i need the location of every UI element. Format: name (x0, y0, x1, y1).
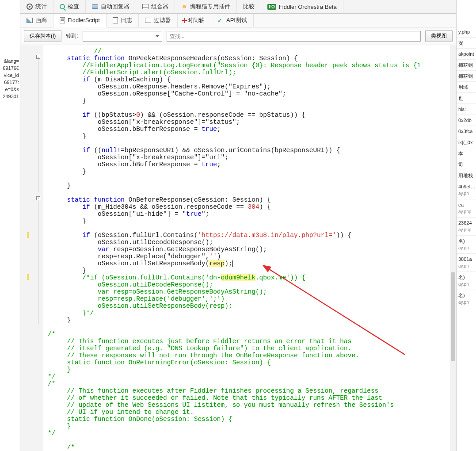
code-editor[interactable]: - - // static function OnPeekAtResponseH… (20, 45, 456, 451)
left-sessions-strip: &lang=69176€vice_id69177:e=0&s249301 (0, 0, 20, 451)
right-fragment: 本 (457, 148, 476, 159)
fold-toggle[interactable]: - (36, 196, 40, 200)
tab-gallery[interactable]: 画廊 (20, 14, 53, 27)
find-input[interactable] (167, 31, 421, 42)
right-fragment: eaay.php (457, 199, 476, 218)
right-fragment: 用堆栈 (457, 170, 476, 181)
right-fragment: akpoint (457, 49, 476, 60)
right-fragment: ik](_0x (457, 137, 476, 148)
left-fragment: 249301 (0, 93, 20, 100)
tab-label: 编程猫专用插件 (190, 3, 230, 11)
goto-label: 转到: (66, 32, 78, 40)
right-fragment: 名)ay.ph (457, 290, 476, 308)
autoresponder-icon (92, 4, 98, 9)
scrollbar-thumb[interactable] (451, 272, 455, 361)
goto-combo[interactable] (83, 31, 162, 42)
right-fragment: 4b9ef…ay.ph (457, 181, 476, 199)
tab-filters[interactable]: 过滤器 (139, 14, 178, 27)
right-fragment: 捕获到 (457, 71, 476, 82)
tab-fiddlerscript[interactable]: FiddlerScript (53, 14, 107, 27)
save-script-button[interactable]: 保存脚本(I) (24, 30, 61, 42)
tab-label: API测试 (226, 16, 247, 24)
tab-label: 画廊 (35, 16, 47, 24)
tab-log[interactable]: 日志 (107, 14, 139, 27)
fo-badge-icon: FO (267, 4, 276, 10)
tab-label: 统计 (35, 3, 47, 11)
apitest-icon (217, 17, 224, 23)
left-fragment: &lang= (0, 57, 20, 65)
tab-label: 时间轴 (187, 16, 205, 24)
vertical-scrollbar[interactable] (450, 45, 456, 451)
change-marker (27, 274, 29, 280)
tab-label: Fiddler Orchestra Beta (279, 4, 337, 10)
change-marker (27, 232, 29, 238)
right-fragment: 0x3fca (457, 126, 476, 137)
right-fragment: 捕获到 (457, 60, 476, 71)
right-fragment: 名)ay.ph (457, 272, 476, 290)
tab-orchestra[interactable]: FO Fiddler Orchestra Beta (261, 0, 343, 13)
composer-icon (142, 4, 149, 9)
fold-line (38, 201, 38, 325)
right-devtools-strip: y.php况akpoint捕获到捕获到用域也his:0x2db0x3fcaik]… (457, 0, 476, 451)
script-icon (60, 17, 65, 23)
upper-tabs: 统计 检查 自动回复器 组合器 编程猫专用插件 比较 FO (20, 0, 456, 14)
tab-label: 自动回复器 (101, 3, 129, 11)
tab-label: 比较 (243, 3, 255, 11)
right-fragment: 用域 (457, 82, 476, 93)
fold-line (38, 59, 38, 192)
right-fragment: 也 (457, 93, 476, 104)
stats-icon (27, 4, 33, 10)
code-text[interactable]: // static function OnPeekAtResponseHeade… (43, 45, 450, 451)
left-fragment: 69176€ (0, 65, 20, 72)
right-fragment: y.php (457, 27, 476, 38)
fiddlerscript-panel: 统计 检查 自动回复器 组合器 编程猫专用插件 比较 FO (20, 0, 457, 451)
tab-timeline[interactable]: 时间轴 (178, 14, 211, 27)
filter-icon (145, 18, 151, 23)
left-fragment: e=0&s (0, 86, 20, 93)
tab-composer[interactable]: 组合器 (136, 0, 175, 13)
tab-label: 过滤器 (154, 16, 171, 24)
tab-stats[interactable]: 统计 (20, 0, 53, 13)
left-fragment: 69177: (0, 79, 20, 86)
right-fragment: 况 (457, 38, 476, 49)
script-toolbar: 保存脚本(I) 转到: 类视图 (20, 27, 456, 45)
codemao-icon (181, 4, 187, 10)
tab-label: FiddlerScript (68, 17, 100, 23)
tab-autoresponder[interactable]: 自动回复器 (86, 0, 136, 13)
right-fragment: his: (457, 104, 476, 115)
right-fragment: 司 (457, 159, 476, 170)
right-fragment: 23624ay.php (457, 218, 476, 236)
tab-label: 组合器 (151, 3, 168, 11)
log-icon (113, 17, 118, 23)
right-fragment: 名)ay.ph (457, 236, 476, 254)
tab-compare[interactable]: 比较 (237, 0, 261, 13)
lower-tabs: 画廊 FiddlerScript 日志 过滤器 时间轴 API测试 (20, 14, 456, 27)
tab-label: 日志 (121, 16, 132, 24)
classview-button[interactable]: 类视图 (425, 30, 453, 42)
tab-label: 检查 (68, 3, 79, 11)
right-fragment: 3801aay.ph (457, 254, 476, 272)
right-fragment: 0x2db (457, 115, 476, 126)
timeline-icon (184, 18, 185, 23)
tab-apitest[interactable]: API测试 (211, 14, 254, 27)
tab-codemao-plugin[interactable]: 编程猫专用插件 (175, 0, 237, 13)
tab-inspect[interactable]: 检查 (53, 0, 86, 13)
left-fragment: vice_id (0, 72, 20, 79)
inspect-icon (60, 4, 65, 9)
gutter: - - (20, 45, 43, 451)
fold-toggle[interactable]: - (36, 55, 40, 59)
gallery-icon (27, 18, 33, 23)
